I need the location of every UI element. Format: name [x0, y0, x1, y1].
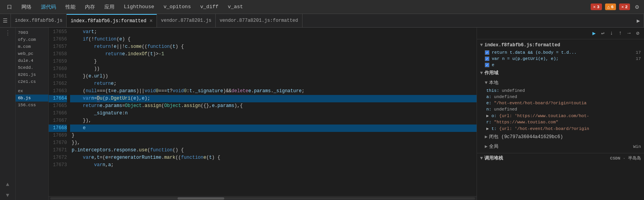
menu-bar: 口 网络 源代码 性能 内存 应用 Lighthouse v_opitons v… — [0, 0, 644, 14]
menu-item-network[interactable]: 网络 — [18, 1, 35, 13]
file-item[interactable]: dule.4 — [16, 57, 48, 64]
line-number: 17663 — [49, 88, 67, 95]
scope-val: "/hot-event/hot-board/?origin=toutia — [494, 101, 587, 105]
settings-icon[interactable]: ⚙ — [633, 3, 641, 11]
file-item[interactable]: 156.css — [16, 102, 48, 109]
file-item[interactable]: 5cedd. — [16, 64, 48, 71]
error-badge-2: ✕ 2 — [619, 4, 630, 10]
scope-key: n: — [486, 107, 491, 112]
scroll-down-icon[interactable]: ▼ — [6, 192, 9, 198]
gutter-menu-icon[interactable]: ⋮ — [5, 29, 11, 37]
code-line: )) — [70, 65, 477, 73]
step-btn[interactable]: → — [626, 29, 632, 37]
scope-var-o[interactable]: ▶ o: {url: 'https://www.toutiao.com/hot- — [477, 112, 644, 119]
scroll-up-icon[interactable]: ▲ — [6, 181, 9, 188]
line-number: 17662 — [49, 80, 67, 88]
code-line: }(e.url)) — [70, 73, 477, 80]
right-toolbar: ▶ ↩ ↓ ↑ → ⊘ — [477, 28, 644, 39]
tab-close-icon[interactable]: × — [150, 18, 153, 24]
line-number: 17665 — [49, 102, 67, 110]
deactivate-btn[interactable]: ⊘ — [635, 29, 641, 37]
horizontal-scrollbar[interactable] — [49, 196, 477, 200]
menu-item-0[interactable]: 口 — [3, 1, 16, 13]
line-number-highlighted: 17668 — [49, 125, 67, 132]
scope-val: {url: '/hot-event/hot-board/?origin — [499, 126, 589, 131]
scope-section-header[interactable]: ▼ 作用域 — [477, 68, 644, 78]
file-item-active[interactable]: 6b.js — [16, 95, 48, 102]
chevron-down-icon: ▼ — [480, 42, 483, 48]
chevron-right-icon: ▶ — [485, 134, 487, 140]
menu-item-vdiff[interactable]: v_diff — [196, 2, 222, 12]
scope-var-n: n: undefined — [477, 106, 644, 112]
local-section-header[interactable]: ▼ 本地 — [477, 78, 644, 88]
file-item[interactable]: ex — [16, 88, 48, 95]
watch-line-1: 17 — [636, 50, 641, 55]
expand-icon[interactable]: ▶ — [486, 113, 489, 118]
code-line: } — [70, 132, 477, 139]
tab-label: vendor.877a8201.js — [161, 18, 211, 23]
right-content: ▼ index.f8fabfb6.js:formatted return t.d… — [477, 39, 644, 200]
closure-label: 闭包 (9c797a36044a41629bc6) — [489, 133, 563, 140]
watch-line-2: 17 — [636, 56, 641, 61]
menu-item-lighthouse[interactable]: Lighthouse — [120, 2, 158, 12]
line-number: 17672 — [49, 154, 67, 161]
scope-var-this: this: undefined — [477, 88, 644, 94]
chevron-down-icon: ▼ — [485, 80, 487, 86]
tab-nav-left[interactable]: ☰ — [0, 14, 11, 28]
resume-btn[interactable]: ▶ — [591, 29, 597, 37]
tab-label: index.f8fabfb6.js — [15, 18, 62, 23]
scope-key: a: — [486, 95, 491, 99]
closure-section-header[interactable]: ▶ 闭包 (9c797a36044a41629bc6) — [477, 132, 644, 142]
menu-item-sources[interactable]: 源代码 — [37, 1, 60, 13]
menu-item-vopitons[interactable]: v_opitons — [160, 2, 195, 12]
line-number: 17671 — [49, 147, 67, 154]
menu-item-application[interactable]: 应用 — [100, 1, 118, 13]
watch-text-1: return t.data && (o.body = t.d... — [492, 50, 633, 55]
scope-key: this: — [486, 88, 499, 93]
file-item[interactable]: c2e1.cs — [16, 78, 48, 85]
step-over-btn[interactable]: ↩ — [600, 29, 606, 37]
code-line-highlighted: var n = Du(p.DgetUri(e), e); — [70, 95, 477, 102]
local-label: 本地 — [489, 79, 498, 86]
chevron-down-icon: ▼ — [480, 70, 483, 76]
scope-var-t[interactable]: ▶ t: {url: '/hot-event/hot-board/?origin — [477, 125, 644, 132]
tab-index-formatted[interactable]: index.f8fabfb6.js:formatted × — [67, 14, 157, 28]
scope-val: undefined — [494, 95, 517, 99]
scope-var-e: e: "/hot-event/hot-board/?origin=toutia — [477, 100, 644, 106]
watch-checkbox-2[interactable] — [485, 56, 489, 61]
watch-checkbox-3[interactable] — [485, 63, 489, 67]
callstack-header[interactable]: ▼ 调用堆栈 CSDN · 半岛岛 — [477, 153, 644, 163]
file-item[interactable]: 8201.js — [16, 71, 48, 78]
step-into-btn[interactable]: ↓ — [608, 29, 614, 37]
tab-nav-right[interactable]: ▶ — [633, 14, 644, 28]
code-line: return e.indexOf(t) > -1 — [70, 51, 477, 58]
file-item[interactable]: ofy.com — [16, 36, 48, 43]
watch-checkbox-1[interactable] — [485, 50, 489, 55]
chevron-right-icon: ▶ — [485, 144, 487, 149]
tab-vendor-js[interactable]: vendor.877a8201.js — [157, 14, 216, 28]
scope-key: e: — [486, 101, 491, 105]
scrollbar-track[interactable] — [50, 197, 475, 200]
code-scroll[interactable]: 17655 17656 17657 17658 17659 17660 1766… — [49, 28, 477, 196]
line-number-highlighted: 17664 — [49, 95, 67, 102]
line-number: 17658 — [49, 51, 67, 58]
tab-label: vendor.877a8201.js:formatted — [220, 18, 298, 23]
menu-item-vast[interactable]: v_ast — [224, 2, 247, 12]
watch-section-header[interactable]: ▼ index.f8fabfb6.js:formatted — [477, 41, 644, 49]
expand-icon[interactable]: ▶ — [486, 126, 489, 131]
scrollbar-thumb[interactable] — [178, 197, 224, 200]
file-item[interactable]: 7003 — [16, 29, 48, 36]
line-number: 17669 — [49, 132, 67, 139]
global-section-header[interactable]: ▶ 全局 Win — [477, 142, 644, 151]
menu-item-memory[interactable]: 内存 — [81, 1, 99, 13]
tab-vendor-formatted[interactable]: vendor.877a8201.js:formatted — [216, 14, 303, 28]
global-label: 全局 — [489, 143, 498, 150]
line-number: 17660 — [49, 65, 67, 73]
step-out-btn[interactable]: ↑ — [617, 29, 623, 37]
menu-item-performance[interactable]: 性能 — [62, 1, 79, 13]
file-item[interactable]: m.com — [16, 43, 48, 50]
file-item[interactable]: web_pc — [16, 50, 48, 57]
tab-index-js[interactable]: index.f8fabfb6.js — [11, 14, 67, 28]
main-layout: ⋮ ▲ ▼ 7003 ofy.com m.com web_pc dule.4 5… — [0, 28, 644, 200]
code-line: var e, t = (e = regeneratorRuntime.mark(… — [70, 154, 477, 161]
